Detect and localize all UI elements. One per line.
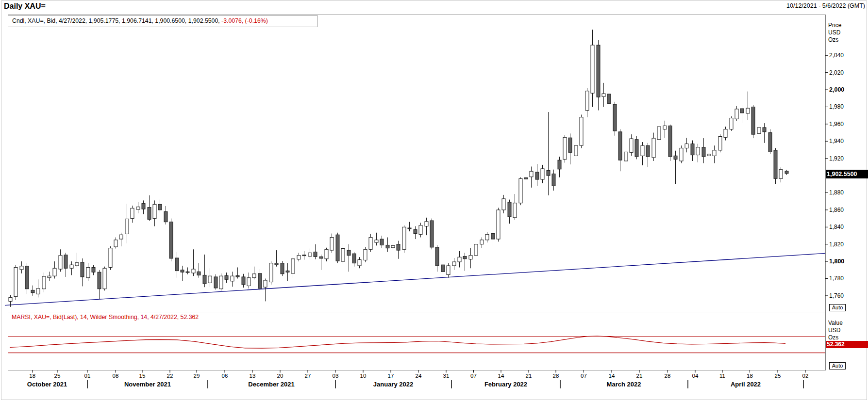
week-tick-28: 28 bbox=[665, 373, 671, 379]
week-tick-31: 31 bbox=[443, 373, 450, 379]
week-tick-15: 15 bbox=[139, 373, 146, 379]
indicator-legend: MARSI, XAU=, Bid(Last), 14, Wilder Smoot… bbox=[12, 314, 199, 321]
week-tick-21: 21 bbox=[636, 373, 643, 379]
price-axis-unit-2: USD bbox=[828, 29, 840, 36]
week-tick-11: 11 bbox=[719, 373, 725, 379]
price-tick-1,840: 1,840 bbox=[829, 224, 844, 230]
week-tick-07: 07 bbox=[470, 373, 477, 379]
month-label: February 2022 bbox=[484, 381, 527, 388]
price-tick-1,760: 1,760 bbox=[829, 292, 844, 299]
price-tick-1,960: 1,960 bbox=[829, 121, 844, 128]
main-legend-text: Cndl, XAU=, Bid, 4/27/2022, 1,905.1775, … bbox=[12, 17, 221, 24]
main-legend: Cndl, XAU=, Bid, 4/27/2022, 1,905.1775, … bbox=[8, 15, 317, 27]
page-title: Daily XAU= bbox=[4, 2, 46, 11]
price-tick-1,940: 1,940 bbox=[829, 138, 844, 144]
chart-canvas bbox=[0, 0, 868, 401]
week-tick-10: 10 bbox=[360, 373, 367, 379]
price-axis-unit-3: Ozs bbox=[828, 36, 838, 43]
price-axis-unit-1: Price bbox=[828, 22, 841, 29]
week-tick-01: 01 bbox=[84, 373, 91, 379]
main-legend-change: -3.0076, (-0.16%) bbox=[221, 17, 268, 24]
price-tick-2,020: 2,020 bbox=[829, 69, 844, 76]
month-label: March 2022 bbox=[607, 381, 641, 388]
price-tick-2,000: 2,000 bbox=[829, 86, 844, 93]
month-label: April 2022 bbox=[731, 381, 761, 388]
week-tick-22: 22 bbox=[167, 373, 173, 379]
week-tick-17: 17 bbox=[388, 373, 394, 379]
week-tick-25: 25 bbox=[775, 373, 781, 379]
price-tick-1,980: 1,980 bbox=[829, 103, 844, 110]
week-tick-25: 25 bbox=[54, 373, 61, 379]
date-range: 10/12/2021 - 5/6/2022 (GMT) bbox=[786, 2, 865, 9]
price-tick-1,820: 1,820 bbox=[829, 241, 844, 248]
price-tick-1,860: 1,860 bbox=[829, 207, 844, 213]
week-tick-21: 21 bbox=[526, 373, 532, 379]
value-axis-unit-2: USD bbox=[828, 327, 840, 334]
month-label: October 2021 bbox=[27, 381, 67, 388]
value-axis-unit-3: Ozs bbox=[828, 334, 838, 341]
week-tick-03: 03 bbox=[333, 373, 339, 379]
week-tick-08: 08 bbox=[113, 373, 119, 379]
value-axis-unit-1: Value bbox=[828, 320, 843, 326]
week-tick-27: 27 bbox=[305, 373, 311, 379]
week-tick-24: 24 bbox=[416, 373, 422, 379]
month-label: January 2022 bbox=[373, 381, 413, 388]
price-tick-1,880: 1,880 bbox=[829, 189, 844, 196]
week-tick-02: 02 bbox=[802, 373, 809, 379]
price-tick-2,040: 2,040 bbox=[829, 52, 844, 59]
week-tick-13: 13 bbox=[250, 373, 256, 379]
week-tick-04: 04 bbox=[692, 373, 699, 379]
week-tick-18: 18 bbox=[747, 373, 753, 379]
month-label: November 2021 bbox=[124, 381, 171, 388]
price-tick-1,800: 1,800 bbox=[829, 258, 844, 265]
price-tick-1,920: 1,920 bbox=[829, 155, 844, 162]
week-tick-29: 29 bbox=[194, 373, 200, 379]
month-label: December 2021 bbox=[248, 381, 294, 388]
week-tick-14: 14 bbox=[498, 373, 504, 379]
week-tick-06: 06 bbox=[222, 373, 228, 379]
week-tick-18: 18 bbox=[29, 373, 35, 379]
week-tick-07: 07 bbox=[581, 373, 587, 379]
auto-scale-button-main[interactable]: Auto bbox=[829, 304, 846, 311]
week-tick-14: 14 bbox=[609, 373, 615, 379]
auto-scale-button-sub[interactable]: Auto bbox=[829, 362, 846, 369]
last-price-badge: 1,902.5500 bbox=[826, 170, 868, 178]
week-tick-20: 20 bbox=[277, 373, 284, 379]
last-indicator-badge: 52.362 bbox=[826, 341, 868, 348]
chart-window: Daily XAU= 10/12/2021 - 5/6/2022 (GMT) C… bbox=[0, 0, 868, 401]
week-tick-28: 28 bbox=[553, 373, 559, 379]
price-tick-1,780: 1,780 bbox=[829, 275, 844, 282]
